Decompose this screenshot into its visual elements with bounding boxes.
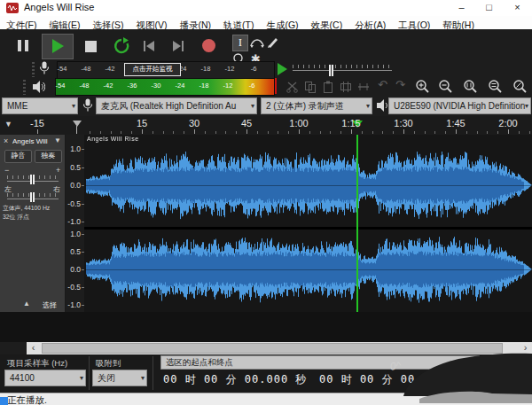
playhead-pin-icon[interactable] bbox=[73, 121, 82, 127]
recording-channels-select[interactable]: 2 (立体声) 录制声道 ▾ bbox=[261, 97, 372, 114]
play-at-speed-button[interactable] bbox=[278, 63, 287, 75]
scale-label: -1.0 bbox=[61, 217, 81, 226]
collapse-track-button[interactable]: ▲ bbox=[23, 300, 30, 308]
ruler-time-label: 30 bbox=[178, 118, 210, 129]
pause-button[interactable] bbox=[18, 40, 21, 51]
timeline-ruler[interactable]: ▼ -151530451:001:151:301:452:00 bbox=[0, 116, 532, 136]
app-icon bbox=[6, 3, 19, 13]
play-icon bbox=[52, 39, 64, 53]
minimize-button[interactable]: – bbox=[448, 0, 475, 16]
ruler-major-tick bbox=[246, 129, 247, 134]
horizontal-scrollbar[interactable]: ‹ › bbox=[0, 342, 532, 354]
silence-audio-icon[interactable] bbox=[356, 80, 371, 94]
meter-tick-label: -48 bbox=[74, 65, 98, 73]
scroll-right-button[interactable]: › bbox=[519, 342, 532, 354]
speed-slider-track[interactable] bbox=[293, 70, 392, 71]
maximize-button[interactable]: □ bbox=[475, 0, 503, 16]
scrollbar-thumb[interactable] bbox=[42, 343, 503, 354]
gain-plus-label: + bbox=[56, 166, 60, 175]
microphone-icon bbox=[39, 61, 50, 76]
ruler-major-tick bbox=[403, 129, 404, 134]
speaker-icon bbox=[376, 98, 389, 113]
audio-host-select[interactable]: MME ▾ bbox=[2, 97, 78, 114]
zoom-toggle-icon[interactable] bbox=[512, 79, 528, 95]
trim-audio-icon[interactable] bbox=[339, 80, 353, 94]
taskbar-peek-artifact bbox=[0, 397, 8, 405]
undo-icon[interactable]: ↶ bbox=[378, 78, 387, 91]
ruler-time-label: 2:00 bbox=[492, 118, 524, 129]
zoom-out-icon[interactable] bbox=[438, 79, 454, 95]
play-meter-grip[interactable] bbox=[23, 80, 26, 95]
vertical-scale-ruler[interactable]: 1.00.50.0-0.5-1.01.00.50.0-0.5-1.0 bbox=[66, 135, 85, 312]
snap-to-select[interactable]: 关闭 ▾ bbox=[92, 370, 147, 386]
waveform-canvas[interactable] bbox=[84, 135, 532, 312]
playback-device-select[interactable]: U28E590 (NVIDIA High Definition ▾ bbox=[388, 97, 531, 114]
paste-icon[interactable] bbox=[321, 80, 335, 94]
meter-tick-label: -18 bbox=[192, 82, 215, 90]
speed-slider-thumb[interactable] bbox=[329, 65, 333, 76]
track-select-button[interactable]: 选择 bbox=[43, 300, 57, 310]
cut-icon[interactable] bbox=[286, 80, 300, 94]
toolbar-area: I ✱ -54-48-42-36-30-24-18-12-6 点击开始监视 bbox=[0, 29, 532, 116]
snap-to-value: 关闭 bbox=[98, 373, 115, 383]
gain-slider-thumb[interactable] bbox=[30, 175, 35, 184]
meter-tick-label: -54 bbox=[51, 65, 74, 73]
selection-start-field[interactable]: 00 时 00 分 00.000 秒 bbox=[163, 372, 307, 387]
scale-label: -0.5 bbox=[61, 199, 81, 208]
window-title: Angels Will Rise bbox=[24, 2, 94, 12]
selection-range-mode-select[interactable]: 选区的起点和终点 ▾ bbox=[160, 355, 480, 370]
scroll-left-button[interactable]: ‹ bbox=[27, 342, 40, 354]
stop-button[interactable] bbox=[85, 41, 97, 52]
mute-button[interactable]: 静音 bbox=[4, 150, 32, 163]
meter-tick-label: -42 bbox=[97, 82, 120, 90]
ruler-major-tick bbox=[351, 129, 352, 134]
track-menu-button[interactable]: ▼ bbox=[54, 136, 61, 144]
recording-device-select[interactable]: 麦克风 (Realtek High Definition Au ▾ bbox=[96, 97, 257, 114]
separator bbox=[153, 356, 153, 390]
copy-icon[interactable] bbox=[303, 80, 317, 94]
track-name[interactable]: Angels Will bbox=[12, 137, 53, 145]
speaker-icon bbox=[32, 80, 45, 94]
pause-button[interactable] bbox=[25, 40, 28, 51]
skip-end-icon bbox=[182, 41, 184, 51]
pan-slider-thumb[interactable] bbox=[30, 192, 35, 202]
project-rate-label: 项目采样率 (Hz) bbox=[7, 358, 67, 370]
record-meter-grip[interactable] bbox=[32, 62, 35, 77]
envelope-tool-button[interactable] bbox=[250, 35, 264, 50]
timeline-options-button[interactable]: ▼ bbox=[4, 120, 12, 129]
fit-project-icon[interactable] bbox=[488, 79, 504, 95]
ruler-time-label: 1:15 bbox=[335, 118, 367, 129]
selection-tool-button[interactable]: I bbox=[232, 35, 248, 51]
zoom-in-icon[interactable] bbox=[415, 79, 431, 95]
loop-button[interactable] bbox=[113, 37, 130, 55]
fit-selection-icon[interactable] bbox=[463, 79, 479, 95]
play-button[interactable] bbox=[42, 34, 74, 59]
status-bar: 正在播放. bbox=[0, 393, 532, 405]
recording-channels-value: 2 (立体声) 录制声道 bbox=[266, 101, 344, 111]
speed-slider-ticks bbox=[293, 65, 392, 68]
playback-meter[interactable]: -54-48-42-36-30-24-18-12-6 bbox=[55, 78, 275, 96]
ruler-time-label: 45 bbox=[231, 118, 262, 129]
scale-label: -1.0 bbox=[61, 300, 81, 309]
meter-tick-label: -12 bbox=[218, 65, 241, 73]
redo-icon[interactable]: ↷ bbox=[395, 78, 405, 91]
ruler-minor-ticks bbox=[90, 131, 532, 134]
meter-tick-label: -30 bbox=[145, 82, 168, 90]
record-button[interactable] bbox=[202, 39, 215, 52]
close-button[interactable]: × bbox=[504, 0, 531, 16]
ruler-time-label: 15 bbox=[126, 118, 158, 129]
project-rate-select[interactable]: 44100 ▾ bbox=[4, 370, 86, 386]
chevron-down-icon: ▾ bbox=[141, 370, 145, 386]
track-close-button[interactable]: × bbox=[4, 136, 8, 145]
draw-tool-button[interactable] bbox=[266, 35, 280, 49]
audio-host-value: MME bbox=[7, 101, 27, 111]
gain-minus-label: − bbox=[4, 166, 9, 175]
selection-end-field[interactable]: 00 时 00 分 00.000 秒 bbox=[319, 372, 463, 387]
ruler-major-tick bbox=[299, 129, 300, 134]
ruler-time-label: 1:45 bbox=[440, 118, 472, 129]
scrollbar-track[interactable]: ‹ › bbox=[27, 342, 532, 354]
ruler-major-tick bbox=[508, 129, 509, 134]
meter-tick-label: -48 bbox=[73, 82, 96, 90]
solo-button[interactable]: 独奏 bbox=[35, 150, 62, 163]
chevron-down-icon: ▾ bbox=[72, 98, 75, 113]
